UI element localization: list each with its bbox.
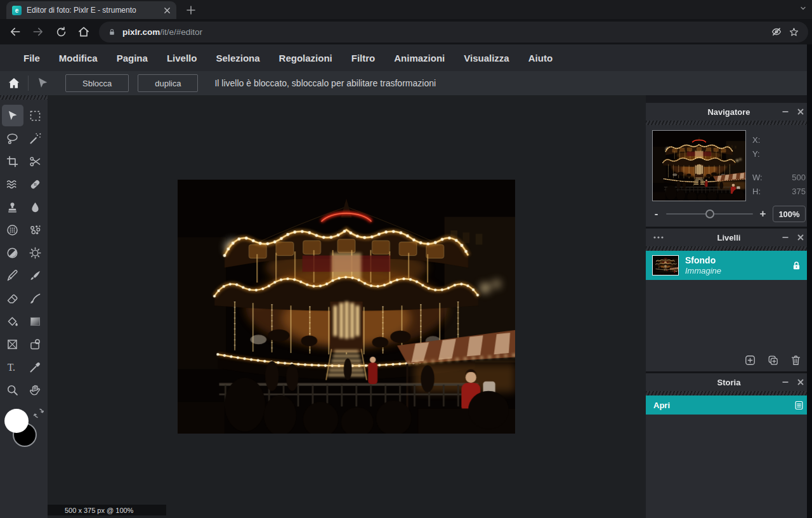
focus-tool-icon[interactable] bbox=[25, 196, 46, 218]
height-value: 375 bbox=[792, 187, 806, 196]
tool-grid: T. bbox=[0, 105, 48, 401]
lasso-select-tool-icon[interactable] bbox=[2, 128, 23, 149]
tab-search-chevron-icon[interactable] bbox=[799, 4, 807, 12]
menu-aiuto[interactable]: Aiuto bbox=[519, 44, 562, 71]
history-hatch-divider bbox=[646, 391, 812, 395]
zoom-value-box[interactable]: 100% bbox=[773, 206, 806, 222]
menu-livello[interactable]: Livello bbox=[157, 44, 207, 71]
navigator-info: X: Y: W:500 H:375 bbox=[752, 130, 806, 201]
fill-tool-icon[interactable] bbox=[2, 310, 23, 332]
layer-lock-icon[interactable] bbox=[791, 260, 806, 271]
history-minimize-icon[interactable] bbox=[782, 378, 789, 386]
navigator-minimize-icon[interactable] bbox=[782, 108, 789, 116]
text-tool-icon[interactable]: T. bbox=[2, 356, 23, 378]
menu-pagina[interactable]: Pagina bbox=[107, 44, 157, 71]
bookmark-star-icon[interactable] bbox=[789, 27, 799, 37]
pixlr-home-icon[interactable] bbox=[0, 76, 28, 90]
pixlr-options-toolbar: Sblocca duplica Il livello è bloccato, s… bbox=[0, 71, 807, 95]
carousel-photo bbox=[178, 180, 515, 434]
pen-tool-icon[interactable] bbox=[2, 265, 23, 286]
layers-empty-area bbox=[646, 280, 812, 349]
sidebar-hatch-divider bbox=[0, 95, 48, 100]
browser-home-icon[interactable] bbox=[72, 21, 95, 43]
brush-tool-icon[interactable] bbox=[25, 265, 46, 286]
layers-close-icon[interactable] bbox=[797, 234, 804, 241]
tool-sidebar: T. bbox=[0, 95, 48, 518]
back-icon[interactable] bbox=[4, 21, 27, 43]
visibility-off-icon[interactable] bbox=[771, 26, 782, 37]
add-layer-icon[interactable] bbox=[744, 354, 756, 366]
browser-tabstrip: e Editor di foto: Pixlr E - strumento bbox=[0, 0, 812, 19]
frame-tool-icon[interactable] bbox=[2, 333, 23, 355]
layers-header[interactable]: Livelli bbox=[646, 229, 812, 246]
tab-close-icon[interactable] bbox=[164, 7, 171, 14]
pixlr-favicon-icon: e bbox=[12, 6, 22, 15]
pixlr-menubar: File Modifica Pagina Livello Seleziona R… bbox=[0, 44, 807, 71]
unlock-button[interactable]: Sblocca bbox=[65, 74, 129, 92]
new-tab-icon[interactable] bbox=[187, 6, 195, 15]
browser-tab[interactable]: e Editor di foto: Pixlr E - strumento bbox=[6, 1, 176, 19]
history-close-icon[interactable] bbox=[797, 378, 804, 386]
smudge-tool-icon[interactable] bbox=[25, 288, 46, 309]
history-header[interactable]: Storia bbox=[646, 373, 812, 391]
cutout-tool-icon[interactable] bbox=[25, 150, 46, 172]
heal-tool-icon[interactable] bbox=[25, 173, 46, 195]
zoom-out-button[interactable]: - bbox=[652, 208, 660, 220]
canvas-area[interactable]: 500 x 375 px @ 100% bbox=[48, 95, 646, 518]
menu-visualizza[interactable]: Visualizza bbox=[454, 44, 518, 71]
menu-regolazioni[interactable]: Regolazioni bbox=[270, 44, 342, 71]
forward-icon[interactable] bbox=[27, 21, 49, 43]
menu-filtro[interactable]: Filtro bbox=[342, 44, 385, 71]
crop-tool-icon[interactable] bbox=[2, 150, 23, 172]
hand-tool-icon[interactable] bbox=[25, 379, 46, 401]
wand-select-tool-icon[interactable] bbox=[25, 128, 46, 149]
menu-seleziona[interactable]: Seleziona bbox=[206, 44, 269, 71]
duplicate-button[interactable]: duplica bbox=[138, 74, 198, 92]
navigator-header[interactable]: Navigatore bbox=[646, 103, 812, 121]
right-panel-column: Navigatore X: Y: W:500 H:375 bbox=[646, 95, 812, 518]
address-bar[interactable]: pixlr.com/it/e/#editor bbox=[99, 22, 808, 43]
reload-icon[interactable] bbox=[49, 21, 72, 43]
clone-tool-icon[interactable] bbox=[2, 196, 23, 218]
pixelate-tool-icon[interactable] bbox=[2, 219, 23, 241]
delete-layer-icon[interactable] bbox=[790, 354, 802, 366]
duplicate-layer-icon[interactable] bbox=[767, 354, 779, 366]
menu-file[interactable]: File bbox=[14, 44, 49, 71]
menu-animazioni[interactable]: Animazioni bbox=[384, 44, 454, 71]
layers-hatch-divider bbox=[646, 246, 812, 251]
foreground-color-swatch[interactable] bbox=[4, 409, 29, 433]
layers-minimize-icon[interactable] bbox=[782, 234, 789, 241]
gradient-tool-icon[interactable] bbox=[25, 310, 46, 332]
menu-modifica[interactable]: Modifica bbox=[49, 44, 107, 71]
history-panel: Storia Apri bbox=[646, 373, 812, 518]
liquify-tool-icon[interactable] bbox=[2, 173, 23, 195]
navigator-thumbnail[interactable] bbox=[652, 130, 746, 201]
navigator-close-icon[interactable] bbox=[797, 108, 804, 116]
tab-title: Editor di foto: Pixlr E - strumento bbox=[27, 6, 159, 15]
zoom-tool-icon[interactable] bbox=[2, 379, 23, 401]
active-tool-cursor-icon bbox=[29, 76, 56, 90]
eraser-tool-icon[interactable] bbox=[2, 288, 23, 309]
color-swatches bbox=[0, 408, 48, 453]
dodge-burn-tool-icon[interactable] bbox=[2, 242, 23, 263]
height-label: H: bbox=[752, 187, 761, 196]
shape-tool-icon[interactable] bbox=[25, 333, 46, 355]
zoom-slider-handle[interactable] bbox=[705, 209, 714, 218]
marquee-select-tool-icon[interactable] bbox=[25, 105, 46, 126]
url-path: /it/e/#editor bbox=[160, 27, 202, 37]
browser-toolbar: pixlr.com/it/e/#editor bbox=[0, 19, 812, 44]
layers-menu-icon[interactable] bbox=[646, 236, 664, 239]
layer-row-sfondo[interactable]: Sfondo Immagine bbox=[646, 251, 812, 280]
layer-locked-info: Il livello è bloccato, sbloccalo per abi… bbox=[214, 78, 436, 88]
zoom-in-button[interactable]: + bbox=[759, 208, 767, 220]
svg-text:T.: T. bbox=[8, 361, 15, 372]
swap-colors-icon[interactable] bbox=[34, 408, 44, 419]
layer-thumbnail bbox=[652, 255, 679, 276]
color-picker-tool-icon[interactable] bbox=[25, 356, 46, 378]
history-entry-open[interactable]: Apri bbox=[646, 395, 812, 415]
pattern-tool-icon[interactable] bbox=[25, 219, 46, 241]
canvas-status-bar: 500 x 375 px @ 100% bbox=[48, 505, 166, 515]
sharpen-tool-icon[interactable] bbox=[25, 242, 46, 263]
zoom-slider[interactable] bbox=[666, 209, 753, 218]
arrange-tool-icon[interactable] bbox=[2, 105, 23, 126]
